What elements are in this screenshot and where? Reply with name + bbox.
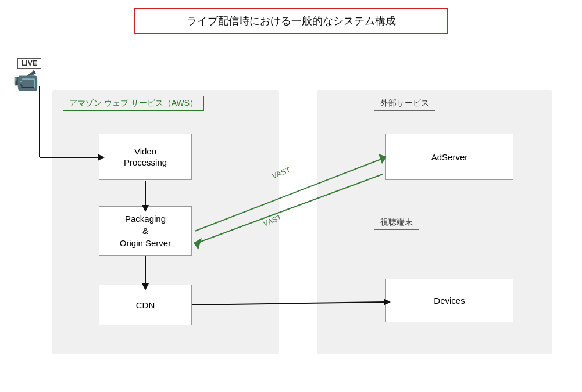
title-box: ライブ配信時における一般的なシステム構成 xyxy=(134,8,448,34)
page: ライブ配信時における一般的なシステム構成 LIVE 📹 アマゾン ウェブ サービ… xyxy=(0,0,582,392)
packaging-label: Packaging&Origin Server xyxy=(120,213,171,249)
video-processing-label: VideoProcessing xyxy=(124,146,167,168)
adserver-label: AdServer xyxy=(431,152,468,162)
adserver-box: AdServer xyxy=(385,134,513,180)
cdn-box: CDN xyxy=(99,285,192,325)
camera-icon: 📹 xyxy=(13,69,39,93)
cdn-label: CDN xyxy=(136,300,155,310)
title-text: ライブ配信時における一般的なシステム構成 xyxy=(187,15,396,27)
devices-box: Devices xyxy=(385,279,513,322)
shichou-label: 視聴端末 xyxy=(374,215,419,230)
live-label: LIVE xyxy=(17,58,41,69)
aws-label: アマゾン ウェブ サービス（AWS） xyxy=(63,96,204,111)
video-processing-box: VideoProcessing xyxy=(99,134,192,180)
packaging-box: Packaging&Origin Server xyxy=(99,206,192,256)
ext-label: 外部サービス xyxy=(374,96,435,111)
devices-label: Devices xyxy=(434,296,465,305)
